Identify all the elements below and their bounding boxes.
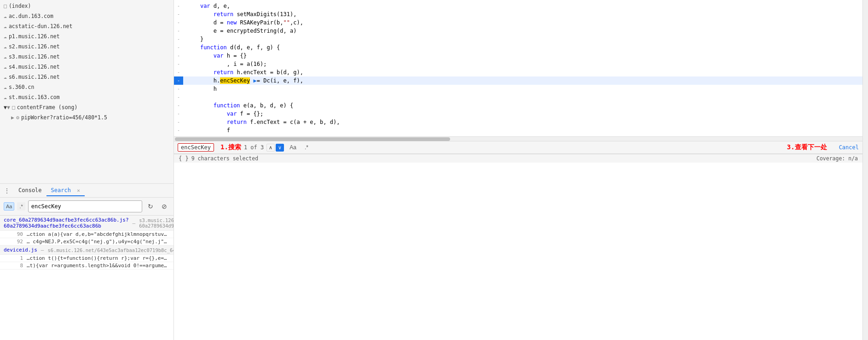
cloud-icon: ☁ xyxy=(4,93,7,101)
result-file-name-1: core_60a2789634d9aacfbe3fec6cc63ac86b.js… xyxy=(4,217,129,229)
tab-search-label: Search xyxy=(51,187,71,193)
line-text-1: …ction t(){t=function(){return r};var r=… xyxy=(27,255,170,261)
sidebar-item-label: st.music.163.com xyxy=(9,93,60,101)
line-marker-7[interactable]: - xyxy=(174,52,183,60)
panel-menu-icon[interactable]: ⋮ xyxy=(4,187,10,194)
result-line-8[interactable]: 8 …t){var r=arguments.length>1&&void 0!=… xyxy=(0,262,174,270)
code-text-5: } xyxy=(183,35,862,43)
search-input[interactable] xyxy=(28,200,142,212)
line-marker-10[interactable]: - xyxy=(174,85,183,93)
code-line-14: - return f.encText = c(a + e, b, d), xyxy=(174,118,862,126)
code-line-15: - f xyxy=(174,126,862,135)
sidebar-item-contentframe[interactable]: ▼ □ contentFrame (song) xyxy=(0,102,174,112)
sidebar-item-ac-dun[interactable]: ☁ ac.dun.163.com xyxy=(0,11,174,21)
code-text-9: return h.encText = b(d, g), xyxy=(183,68,862,76)
code-text-breakpoint: h.encSecKey ▶= Dc(i, e, f), xyxy=(183,76,862,85)
line-marker-11[interactable]: - xyxy=(174,93,183,101)
horizontal-scrollbar[interactable] xyxy=(174,136,862,141)
line-marker-9[interactable]: - xyxy=(174,68,183,76)
code-text-14: return f.encText = c(a + e, b, d), xyxy=(183,118,862,126)
folder-box-icon: □ xyxy=(12,103,15,111)
cloud-icon: ☁ xyxy=(4,12,7,20)
line-marker-14[interactable]: - xyxy=(174,118,183,126)
sidebar-item-label: acstatic-dun.126.net xyxy=(9,22,72,30)
code-search-text: encSecKey xyxy=(181,144,211,151)
line-marker-1[interactable]: - xyxy=(174,2,183,10)
prev-match-button[interactable]: ∧ xyxy=(266,144,275,152)
case-match-button[interactable]: Aa xyxy=(287,143,299,152)
code-line-6: - function d(d, e, f, g) { xyxy=(174,43,862,52)
sidebar-item-stmusic[interactable]: ☁ st.music.163.com xyxy=(0,92,174,102)
tab-search[interactable]: Search ✕ xyxy=(46,185,85,196)
line-marker-6[interactable]: - xyxy=(174,43,183,52)
sidebar-item-label: pipWorker?ratio=456/480*1.5 xyxy=(21,113,107,122)
sidebar-item-label: s3.music.126.net xyxy=(9,53,60,61)
result-line-92[interactable]: 92 … c4g=NEJ.P,ex5C=c4g("nej.g"),u4y=c4g… xyxy=(0,238,174,246)
sidebar-item-s2[interactable]: ☁ s2.music.126.net xyxy=(0,41,174,52)
sidebar-item-s4[interactable]: ☁ s4.music.126.net xyxy=(0,62,174,72)
code-line-12: - function e(a, b, d, e) { xyxy=(174,101,862,110)
code-text-6: function d(d, e, f, g) { xyxy=(183,43,862,52)
code-text-15: f xyxy=(183,126,862,135)
code-line-10: - h xyxy=(174,85,862,93)
code-content: - var d, e, - return setMaxDigits(131), … xyxy=(174,0,862,136)
clear-search-button[interactable]: ⊘ xyxy=(159,201,170,211)
result-line-1[interactable]: 1 …ction t(){t=function(){return r};var … xyxy=(0,255,174,262)
case-sensitive-toggle[interactable]: Aa xyxy=(4,202,14,211)
gear-icon: ⚙ xyxy=(16,113,19,122)
code-line-1: - var d, e, xyxy=(174,2,862,10)
result-file-header-2[interactable]: deviceid.js — s6.music.126.net/643e5ac3a… xyxy=(0,246,174,255)
sidebar-item-label: s6.music.126.net xyxy=(9,73,60,81)
sidebar-item-s3[interactable]: ☁ s3.music.126.net xyxy=(0,52,174,62)
refresh-search-button[interactable]: ↻ xyxy=(145,201,156,211)
code-line-8: - , i = a(16); xyxy=(174,60,862,68)
next-match-button[interactable]: ∨ xyxy=(276,144,284,152)
line-marker-2[interactable]: - xyxy=(174,10,183,18)
selected-text-status: 9 characters selected xyxy=(191,155,258,162)
cloud-icon: ☁ xyxy=(4,22,7,30)
regex-match-button[interactable]: .* xyxy=(302,143,311,152)
cloud-icon: ☁ xyxy=(4,42,7,51)
result-file-header-1[interactable]: core_60a2789634d9aacfbe3fec6cc63ac86b.js… xyxy=(0,216,174,231)
code-line-9: - return h.encText = b(d, g), xyxy=(174,68,862,76)
tab-console-label: Console xyxy=(18,187,42,193)
main-area: - var d, e, - return setMaxDigits(131), … xyxy=(174,0,868,340)
line-marker-13[interactable]: - xyxy=(174,110,183,118)
bottom-panel: ⋮ Console Search ✕ Aa .* ↻ ⊘ core_60a278… xyxy=(0,183,174,340)
sidebar-item-s360[interactable]: ☁ s.360.cn xyxy=(0,82,174,92)
result-file-name-2: deviceid.js xyxy=(4,247,37,253)
regex-toggle[interactable]: .* xyxy=(17,202,25,211)
breakpoint-marker[interactable]: - xyxy=(174,76,183,85)
line-marker-4[interactable]: - xyxy=(174,27,183,35)
file-icon: □ xyxy=(4,2,7,10)
result-line-90[interactable]: 90 …ction a(a){var d,e,b="abcdefghijklmn… xyxy=(0,231,174,238)
line-marker-12[interactable]: - xyxy=(174,101,183,110)
line-marker-8[interactable]: - xyxy=(174,60,183,68)
sidebar-item-p1[interactable]: ☁ p1.music.126.net xyxy=(0,31,174,41)
line-marker-15[interactable]: - xyxy=(174,126,183,135)
separator-1: — xyxy=(133,220,136,226)
line-number-8: 8 xyxy=(9,263,23,269)
tab-console[interactable]: Console xyxy=(14,185,46,196)
code-text-12: function e(a, b, d, e) { xyxy=(183,101,862,110)
h-scroll-thumb[interactable] xyxy=(175,137,450,141)
coverage-status: Coverage: n/a xyxy=(816,155,858,162)
search-results: core_60a2789634d9aacfbe3fec6cc63ac86b.js… xyxy=(0,216,174,340)
cloud-icon: ☁ xyxy=(4,32,7,41)
tab-search-close-icon[interactable]: ✕ xyxy=(77,188,80,193)
code-line-breakpoint: - h.encSecKey ▶= Dc(i, e, f), 2.打断点 xyxy=(174,76,862,85)
line-marker-5[interactable]: - xyxy=(174,35,183,43)
line-number-92: 92 xyxy=(9,239,23,245)
file-tree: □ (index) ☁ ac.dun.163.com ☁ acstatic-du… xyxy=(0,0,174,183)
code-area[interactable]: - var d, e, - return setMaxDigits(131), … xyxy=(174,0,862,340)
cancel-search-button[interactable]: Cancel xyxy=(839,144,859,151)
vertical-scrollbar[interactable] xyxy=(862,0,868,340)
line-marker-3[interactable]: - xyxy=(174,18,183,27)
sidebar-item-index[interactable]: □ (index) xyxy=(0,1,174,11)
sidebar-item-acstatic[interactable]: ☁ acstatic-dun.126.net xyxy=(0,21,174,31)
code-text-13: var f = {}; xyxy=(183,110,862,118)
expand-arrow-icon: ▶ xyxy=(11,113,14,122)
code-line-3: - d = new RSAKeyPair(b,"",c), xyxy=(174,18,862,27)
sidebar-item-pipworker[interactable]: ▶ ⚙ pipWorker?ratio=456/480*1.5 xyxy=(0,112,174,123)
sidebar-item-s6[interactable]: ☁ s6.music.126.net xyxy=(0,72,174,82)
